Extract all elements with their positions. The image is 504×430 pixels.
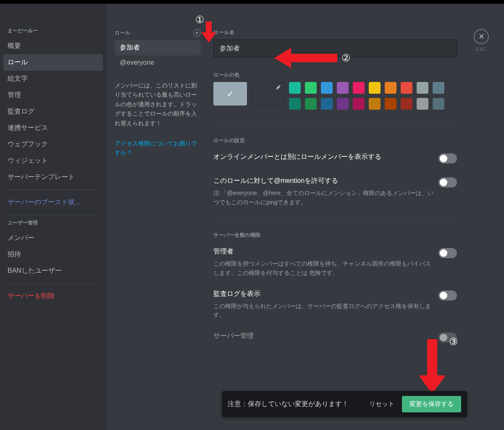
- perm-allow-mention-toggle[interactable]: [438, 177, 457, 187]
- nav-server-template[interactable]: サーバーテンプレート: [3, 169, 103, 185]
- nav-bans[interactable]: BANしたユーザー: [3, 263, 103, 279]
- role-item-everyone[interactable]: @everyone: [115, 55, 201, 70]
- role-item-participant[interactable]: 参加者: [115, 40, 201, 55]
- perm-view-audit-desc: この権限が与えられたメンバーは、サーバーの監査ログへのアクセス権を保有します。: [213, 302, 433, 320]
- color-swatch[interactable]: [401, 82, 412, 94]
- perm-admin-title: 管理者: [213, 247, 433, 256]
- color-swatch[interactable]: [385, 98, 396, 110]
- perm-view-audit-toggle[interactable]: [438, 290, 457, 301]
- role-detail: ロール名 ロールの色 ✓ ロールの設定 オンラインメンバーとは別にロ: [205, 4, 474, 430]
- perm-manage-server-title: サーバー管理: [213, 332, 433, 340]
- nav-members[interactable]: メンバー: [3, 230, 103, 246]
- save-button[interactable]: 変更を保存する: [402, 396, 461, 412]
- nav-webhooks[interactable]: ウェブフック: [3, 136, 103, 153]
- check-icon: ✓: [227, 89, 234, 99]
- color-custom-swatch[interactable]: [251, 82, 285, 106]
- server-name: まーだーみー: [3, 27, 103, 38]
- color-swatch[interactable]: [337, 98, 349, 110]
- color-swatch[interactable]: [417, 82, 428, 94]
- eyedropper-icon: [275, 85, 281, 91]
- color-swatch[interactable]: [433, 98, 444, 110]
- nav-overview[interactable]: 概要: [3, 38, 103, 54]
- perm-display-separately-title: オンラインメンバーとは別にロールメンバーを表示する: [213, 153, 433, 161]
- sidebar: まーだーみー 概要 ロール 絵文字 管理 監査ログ 連携サービス ウェブフック …: [0, 4, 106, 430]
- color-swatch[interactable]: [417, 98, 428, 110]
- color-swatch[interactable]: [369, 82, 381, 94]
- perm-admin-desc: この権限を持つメンバーはすべての権限を持ち、チャンネル固有の権限もバイパスします…: [213, 259, 433, 277]
- perm-admin-toggle[interactable]: [438, 248, 457, 258]
- color-swatch[interactable]: [321, 98, 333, 110]
- color-swatch[interactable]: [369, 98, 381, 110]
- role-color-label: ロールの色: [213, 71, 457, 79]
- nav-invites[interactable]: 招待: [3, 246, 103, 263]
- color-swatch[interactable]: [353, 98, 365, 110]
- color-swatch[interactable]: [305, 82, 317, 94]
- role-name-label: ロール名: [213, 29, 457, 36]
- color-swatch[interactable]: [433, 82, 444, 94]
- server-perms-header: サーバー全般の権限: [213, 232, 457, 239]
- perm-display-separately-toggle[interactable]: [438, 153, 457, 164]
- unsaved-changes-bar: 注意：保存していない変更があります！ リセット 変更を保存する: [222, 391, 467, 417]
- unsaved-changes-text: 注意：保存していない変更があります！: [228, 400, 362, 409]
- user-mgmt-header: ユーザー管理: [3, 219, 103, 230]
- perm-allow-mention-desc: 注:「@everyone、@here、全てのロールにメンション」権限のあるメンバ…: [213, 189, 433, 207]
- reset-button[interactable]: リセット: [369, 400, 394, 408]
- role-list-column: ロール + 参加者 @everyone メンバーには、このリストに割り当てられて…: [106, 4, 205, 430]
- perm-view-audit-title: 監査ログを表示: [213, 290, 433, 298]
- color-grid: [289, 82, 444, 110]
- perm-allow-mention-title: このロールに対して@mentionを許可する: [213, 177, 433, 185]
- role-list-help: メンバーには、このリストに割り当てられている最も高いロールの色が適用されます。ド…: [115, 81, 201, 128]
- perm-manage-server-toggle[interactable]: [438, 332, 457, 343]
- color-default-swatch[interactable]: ✓: [213, 82, 247, 106]
- role-settings-header: ロールの設定: [213, 137, 457, 144]
- nav-moderation[interactable]: 管理: [3, 87, 103, 103]
- nav-emoji[interactable]: 絵文字: [3, 71, 103, 87]
- nav-integrations[interactable]: 連携サービス: [3, 120, 103, 136]
- role-list-header: ロール: [115, 29, 193, 37]
- color-swatch[interactable]: [337, 82, 349, 94]
- permissions-help-link[interactable]: アクセス権限についてお困りですか？: [115, 139, 201, 158]
- color-swatch[interactable]: [353, 82, 365, 94]
- color-swatch[interactable]: [289, 82, 301, 94]
- close-icon: ✕: [474, 29, 489, 44]
- nav-delete-server[interactable]: サーバーを削除: [3, 288, 103, 304]
- add-role-button[interactable]: +: [193, 29, 201, 37]
- close-button[interactable]: ✕ ESC: [474, 29, 489, 52]
- nav-audit-log[interactable]: 監査ログ: [3, 103, 103, 120]
- nav-roles[interactable]: ロール: [3, 54, 103, 71]
- color-swatch[interactable]: [289, 98, 301, 110]
- color-swatch[interactable]: [385, 82, 396, 94]
- nav-boost[interactable]: サーバーのブースト状...: [3, 194, 103, 211]
- color-swatch[interactable]: [305, 98, 317, 110]
- color-swatch[interactable]: [321, 82, 333, 94]
- close-label: ESC: [474, 47, 489, 52]
- color-swatch[interactable]: [401, 98, 412, 110]
- role-name-input[interactable]: [213, 40, 457, 57]
- nav-widget[interactable]: ウィジェット: [3, 153, 103, 169]
